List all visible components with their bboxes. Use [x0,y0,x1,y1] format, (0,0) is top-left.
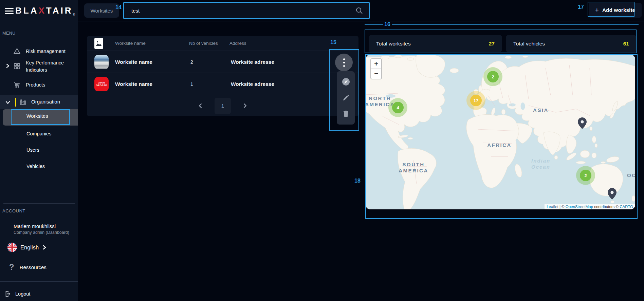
map-label-oceania-clipped: OC [627,172,635,178]
attribution-separator: | [559,205,560,209]
cluster-count: 17 [470,95,482,106]
map-label-indian-ocean-2: Ocean [531,164,550,170]
address-cell: Worksite adresse [231,59,274,65]
total-worksites-label: Total worksites [376,41,411,47]
openstreetmap-link[interactable]: OpenStreetMap [566,205,593,209]
sidebar-item-label: Ressources [20,264,47,270]
search-icon[interactable] [355,7,363,14]
annotation-label-17: 17 [578,4,584,10]
table-header-row: Worksite name Nb of vehicles Address [87,36,358,51]
registered-mark: ® [73,13,75,16]
delete-trash-icon[interactable] [342,110,350,119]
worksites-map[interactable]: NORTH AMERICA SOUTH AMERICA AFRICA ASIA … [366,55,635,209]
divider [3,24,75,24]
sidebar-item-resources[interactable]: ? Ressources [0,262,78,272]
sidebar-item-kpi[interactable]: Key PerformanceIndicators [0,59,78,75]
map-marker-pin[interactable] [578,117,587,130]
sidebar-item-label: Risk management [26,49,66,54]
sidebar-item-risk-management[interactable]: Risk management [0,47,78,56]
sidebar-subitem-worksites-label[interactable]: Worksites [26,113,48,119]
active-accent-bar [15,98,16,107]
logo-text-2: GROSSE [96,84,107,87]
total-worksites-value: 27 [489,41,495,47]
previous-page-button[interactable] [198,103,203,108]
edit-pencil-icon[interactable] [342,94,350,103]
total-vehicles-card: Total vehicles 61 [506,35,637,52]
sidebar-subitem-users[interactable]: Users [26,147,39,153]
account-heading: ACCOUNT [2,208,25,213]
row-actions-button[interactable] [335,54,353,71]
worksite-name-cell: Worksite name [115,81,152,87]
menu-heading: MENU [2,31,16,36]
nb-vehicles-cell: 2 [190,59,193,65]
map-attribution: Leaflet | © OpenStreetMap contributors ©… [545,204,635,209]
user-name: Mariem moukhlissi [14,223,56,229]
user-role: Company admin (Dashboard) [14,230,69,235]
column-header-name[interactable]: Worksite name [115,41,146,46]
sidebar-item-organisation[interactable]: Organisation [0,95,78,109]
annotation-line-16 [365,24,639,25]
search-input[interactable] [124,8,355,14]
map-cluster[interactable]: 2 [483,67,502,86]
plus-icon: + [595,6,599,14]
divider [3,203,75,204]
page-number-button[interactable]: 1 [215,98,231,114]
chevron-right-icon[interactable] [42,245,47,250]
add-worksite-button[interactable]: + Add worksite [589,3,642,18]
map-label-indian-ocean: Indian [531,158,550,164]
image-placeholder-icon [94,38,103,50]
question-mark-icon: ? [9,262,14,272]
map-label-south-america-2: AMERICA [399,168,428,173]
sidebar-item-products[interactable]: Products [0,80,78,89]
worksites-table: Worksite name Nb of vehicles Address Wor… [87,36,358,116]
logout-icon [4,290,12,298]
address-cell: Worksite adresse [231,81,274,87]
next-page-button[interactable] [242,103,247,108]
column-header-address[interactable]: Address [229,41,246,46]
sidebar-item-label-2: Indicators [26,67,47,73]
column-header-nb-vehicles[interactable]: Nb of vehicles [189,41,218,46]
chevron-right-icon[interactable] [5,63,10,69]
sidebar-item-label: Products [26,82,45,88]
map-label-north-america: NORTH [369,95,391,101]
table-row[interactable]: Worksite name 2 Worksite adresse [87,51,358,73]
sidebar-subitem-companies[interactable]: Companies [26,131,51,136]
leaflet-link[interactable]: Leaflet [547,205,558,209]
hamburger-menu-icon[interactable] [5,8,14,14]
row-actions-menu [337,71,355,125]
sidebar-item-label: Organisation [31,99,60,105]
logout-label: Logout [15,291,30,297]
map-cluster[interactable]: 17 [466,91,485,110]
map-cluster[interactable]: 2 [576,166,595,185]
map-label-africa: AFRICA [487,142,512,148]
map-cluster[interactable]: 4 [388,98,407,117]
chevron-down-icon[interactable] [5,100,10,106]
annotation-label-16: 16 [383,21,392,27]
logo-text: LEON [98,81,105,84]
topbar-divider [78,21,644,21]
uk-flag-icon [7,243,17,252]
map-label-south-america: SOUTH [403,162,425,167]
sidebar-subitem-vehicles[interactable]: Vehicles [26,164,45,169]
shopping-cart-icon [13,81,21,89]
warning-triangle-icon [13,47,21,55]
total-vehicles-value: 61 [623,41,629,47]
worksite-name-cell: Worksite name [115,59,152,65]
annotation-label-18: 18 [354,178,361,184]
sidebar: BLAXTAIR® MENU Risk management Key Perfo… [0,0,78,301]
search-bar [123,2,370,19]
logout-button[interactable]: Logout [0,289,78,299]
page-title-chip: Worksites [84,3,119,18]
cluster-count: 2 [580,170,591,181]
zoom-out-button[interactable]: − [371,69,381,79]
map-marker-pin[interactable] [608,188,617,201]
total-worksites-card: Total worksites 27 [369,35,502,52]
zoom-in-button[interactable]: + [371,59,381,69]
map-zoom-control: + − [370,58,382,79]
compass-icon[interactable] [342,77,350,88]
dashboard-grid-icon [13,62,21,70]
page-number: 1 [221,103,224,109]
table-row[interactable]: LEON GROSSE Worksite name 1 Worksite adr… [87,73,358,95]
carto-link[interactable]: CARTO [620,205,633,209]
language-selector[interactable]: English [0,242,78,252]
